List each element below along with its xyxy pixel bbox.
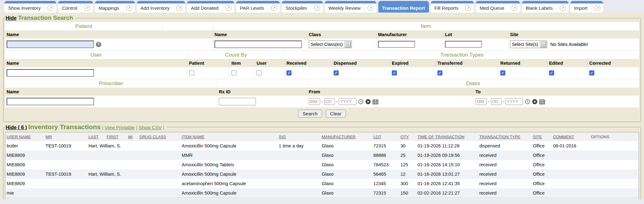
- rx-id-input[interactable]: [219, 98, 256, 105]
- to-calendar-icon[interactable]: [539, 99, 545, 104]
- show-csv-link[interactable]: Show CSV: [139, 125, 162, 130]
- cell-mr: [44, 179, 87, 188]
- cell-user_name: MIE8809: [5, 179, 44, 188]
- external-link-icon[interactable]: ↗: [560, 5, 566, 11]
- help-icon[interactable]: ?: [96, 42, 101, 47]
- tab-weekly-review[interactable]: Weekly Review↗: [325, 1, 376, 13]
- tab-control[interactable]: Control↗: [58, 1, 93, 13]
- tab-icon-divider: ↗: [557, 3, 569, 13]
- prescriber-name-input[interactable]: [7, 98, 94, 105]
- external-link-icon[interactable]: ↗: [511, 5, 517, 11]
- external-link-icon[interactable]: ↗: [465, 5, 471, 11]
- from-time-clock-icon[interactable]: [358, 99, 364, 104]
- item-name-input[interactable]: [214, 41, 302, 48]
- cell-site: Office: [532, 169, 552, 179]
- tab-body: Show Inventory↗: [4, 3, 56, 13]
- user-name-cell: [5, 67, 187, 79]
- select-classes-ellipsis-button[interactable]: ...: [345, 41, 351, 47]
- to-clear-icon[interactable]: [532, 99, 537, 104]
- type-transferred-label: Transferred: [436, 59, 498, 67]
- tab-add-inventory[interactable]: Add Inventory↗: [137, 1, 186, 13]
- view-printable-link[interactable]: View Printable: [105, 125, 135, 130]
- type-returned-label: Returned: [498, 59, 547, 67]
- external-link-icon[interactable]: ↗: [314, 5, 320, 11]
- from-calendar-icon[interactable]: [373, 99, 378, 104]
- column-header-qty[interactable]: QTY: [399, 132, 416, 141]
- type-expired-checkbox[interactable]: ✓: [392, 70, 397, 75]
- column-header-mi[interactable]: MI: [127, 132, 138, 141]
- column-header-drug_class[interactable]: DRUG CLASS: [138, 132, 180, 141]
- tab-par-levels[interactable]: PAR Levels↗: [236, 1, 280, 13]
- cell-options: [590, 188, 639, 198]
- external-link-icon[interactable]: ↗: [271, 5, 277, 11]
- user-name-input[interactable]: [7, 69, 94, 77]
- count-by-item-checkbox[interactable]: [231, 70, 236, 75]
- select-sites-control[interactable]: Select Site(s) ...: [510, 41, 547, 48]
- count-by-patient-checkbox[interactable]: [189, 70, 194, 75]
- external-link-icon[interactable]: ↗: [225, 5, 231, 11]
- type-dispensed-checkbox[interactable]: ✓: [334, 70, 339, 75]
- lot-cell: [443, 38, 508, 50]
- cell-options: [590, 169, 639, 179]
- cell-lot: 12345: [372, 179, 399, 188]
- from-month-input[interactable]: [309, 98, 320, 105]
- column-header-mr[interactable]: MR: [44, 132, 87, 141]
- column-header-site[interactable]: SITE: [532, 132, 552, 141]
- tab-body: Add Donated↗: [187, 3, 234, 13]
- tab-transaction-report[interactable]: Transaction Report: [378, 1, 429, 13]
- column-header-comment[interactable]: COMMENT: [552, 132, 590, 141]
- cell-sig: [278, 169, 320, 179]
- external-link-icon[interactable]: ↗: [84, 5, 90, 11]
- tab-import[interactable]: Import↗: [570, 1, 603, 13]
- column-header-time_of_transaction[interactable]: TIME OF TRANSACTION: [416, 132, 478, 141]
- tab-stockpiles[interactable]: Stockpiles↗: [282, 1, 323, 13]
- from-clear-icon[interactable]: [365, 99, 371, 104]
- external-link-icon[interactable]: ↗: [176, 5, 182, 11]
- to-time-clock-icon[interactable]: [525, 99, 530, 104]
- tab-body: Med Queue↗: [476, 3, 520, 13]
- from-year-input[interactable]: [339, 98, 356, 105]
- tab-blank-labels[interactable]: Blank Labels↗: [522, 1, 569, 13]
- type-edited-checkbox[interactable]: ✓: [549, 70, 554, 75]
- cell-manufacturer: Glaxo: [320, 160, 372, 169]
- cell-time_of_transaction: 01-16-2026 12:41:35: [416, 179, 478, 188]
- column-header-user_name[interactable]: USER NAME: [5, 132, 44, 141]
- from-day-input[interactable]: [324, 98, 335, 105]
- tab-med-queue[interactable]: Med Queue↗: [476, 1, 520, 13]
- to-day-input[interactable]: [491, 98, 502, 105]
- type-received-checkbox[interactable]: ✓: [286, 70, 291, 75]
- type-transferred-checkbox[interactable]: ✓: [437, 70, 442, 75]
- tab-show-inventory[interactable]: Show Inventory↗: [4, 1, 56, 13]
- external-link-icon[interactable]: ↗: [368, 5, 374, 11]
- tab-add-donated[interactable]: Add Donated↗: [187, 1, 234, 13]
- tab-mappings[interactable]: Mappings↗: [95, 1, 135, 13]
- lot-input[interactable]: [445, 41, 482, 48]
- hide-search-link[interactable]: Hide: [6, 15, 17, 21]
- to-month-input[interactable]: [475, 98, 487, 105]
- external-link-icon[interactable]: ↗: [126, 5, 132, 11]
- count-by-patient-cell: [187, 67, 230, 79]
- cell-mi: [127, 141, 138, 151]
- type-corrected-checkbox[interactable]: ✓: [589, 70, 594, 75]
- tab-fill-reports[interactable]: Fill Reports↗: [431, 1, 474, 13]
- external-link-icon[interactable]: ↗: [47, 5, 53, 11]
- clear-button[interactable]: Clear: [326, 110, 346, 118]
- type-returned-checkbox[interactable]: ✓: [500, 70, 505, 75]
- patient-name-input[interactable]: [7, 41, 94, 48]
- select-classes-control[interactable]: Select Class(es) ...: [309, 41, 352, 48]
- column-header-lot[interactable]: LOT: [372, 132, 399, 141]
- select-sites-ellipsis-button[interactable]: ...: [540, 41, 546, 47]
- manufacturer-input[interactable]: [378, 41, 415, 48]
- column-header-manufacturer[interactable]: MANUFACTURER: [320, 132, 372, 141]
- external-link-icon[interactable]: ↗: [594, 5, 600, 11]
- column-header-sig[interactable]: SIG: [278, 132, 320, 141]
- cell-drug_class: [138, 151, 180, 160]
- search-button[interactable]: Search: [298, 110, 322, 118]
- column-header-item_name[interactable]: ITEM NAME: [180, 132, 278, 141]
- column-header-first[interactable]: FIRST: [105, 132, 127, 141]
- column-header-transaction_type[interactable]: TRANSACTION TYPE: [478, 132, 531, 141]
- to-year-input[interactable]: [505, 98, 523, 105]
- hide-transactions-link[interactable]: Hide ( 6 ): [6, 125, 27, 130]
- count-by-user-checkbox[interactable]: [257, 70, 262, 75]
- column-header-last[interactable]: LAST: [87, 132, 105, 141]
